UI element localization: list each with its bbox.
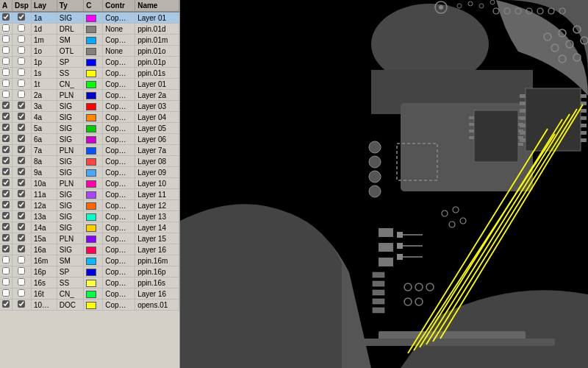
- checkbox-display[interactable]: [18, 35, 25, 43]
- cell-layer-id: 7a: [31, 145, 57, 156]
- table-row: 3aSIGCop…Layer 03: [0, 101, 179, 112]
- checkbox-display[interactable]: [18, 212, 25, 219]
- cell-color: [84, 123, 103, 134]
- cell-active: [0, 134, 12, 145]
- checkbox-active[interactable]: [2, 79, 10, 87]
- checkbox-display[interactable]: [18, 68, 25, 76]
- checkbox-display[interactable]: [18, 267, 25, 275]
- cell-contr: Cop…: [103, 222, 135, 233]
- checkbox-active[interactable]: [2, 57, 10, 65]
- table-row: 1mSMCop…ppin.01m: [0, 35, 179, 46]
- table-row: 16mSMCop…ppin.16m: [0, 255, 179, 266]
- cell-type: CN_: [57, 289, 83, 300]
- checkbox-display[interactable]: [18, 179, 25, 186]
- table-row: 7aPLNCop…Layer 7a: [0, 145, 179, 156]
- checkbox-active[interactable]: [2, 46, 10, 54]
- checkbox-display[interactable]: [18, 278, 25, 286]
- checkbox-display[interactable]: [18, 245, 25, 252]
- cell-layer-id: 1p: [31, 57, 57, 68]
- checkbox-active[interactable]: [2, 289, 10, 297]
- cell-color: [84, 277, 103, 289]
- cell-layer-id: 4a: [31, 112, 57, 123]
- cell-contr: Cop…: [103, 255, 135, 266]
- cell-display: [12, 300, 32, 311]
- cell-layer-id: 13a: [31, 211, 57, 222]
- table-row: 15aPLNCop…Layer 15: [0, 233, 179, 244]
- color-swatch: [86, 103, 96, 110]
- cell-active: [0, 35, 12, 46]
- checkbox-display[interactable]: [18, 91, 25, 98]
- checkbox-display[interactable]: [18, 223, 25, 230]
- cell-type: SM: [57, 255, 83, 266]
- checkbox-display[interactable]: [18, 113, 25, 120]
- cell-display: [12, 211, 32, 222]
- checkbox-active[interactable]: [2, 234, 10, 241]
- checkbox-active[interactable]: [2, 124, 10, 131]
- checkbox-display[interactable]: [18, 102, 25, 109]
- checkbox-display[interactable]: [18, 168, 25, 175]
- checkbox-display[interactable]: [18, 201, 25, 208]
- checkbox-display[interactable]: [18, 146, 25, 153]
- checkbox-active[interactable]: [2, 24, 10, 32]
- checkbox-display[interactable]: [18, 46, 25, 54]
- checkbox-active[interactable]: [2, 179, 10, 186]
- cell-contr: Cop…: [103, 178, 135, 189]
- checkbox-active[interactable]: [2, 201, 10, 208]
- cell-layer-id: 9a: [31, 167, 57, 178]
- cell-display: [12, 200, 32, 211]
- color-swatch: [86, 15, 96, 22]
- svg-rect-71: [373, 308, 384, 313]
- cell-color: [84, 156, 103, 167]
- checkbox-active[interactable]: [2, 13, 10, 21]
- svg-rect-26: [581, 94, 587, 98]
- checkbox-active[interactable]: [2, 300, 10, 308]
- cell-contr: None: [103, 24, 135, 35]
- checkbox-active[interactable]: [2, 223, 10, 230]
- checkbox-display[interactable]: [18, 190, 25, 197]
- checkbox-active[interactable]: [2, 146, 10, 153]
- cell-color: [84, 46, 103, 57]
- checkbox-display[interactable]: [18, 157, 25, 164]
- checkbox-active[interactable]: [2, 190, 10, 197]
- checkbox-active[interactable]: [2, 68, 10, 76]
- cell-contr: None: [103, 46, 135, 57]
- cell-type: DOC: [57, 300, 83, 311]
- cell-color: [84, 90, 103, 101]
- checkbox-display[interactable]: [18, 234, 25, 241]
- table-row: 11aSIGCop…Layer 11: [0, 189, 179, 200]
- checkbox-active[interactable]: [2, 245, 10, 252]
- cell-layer-id: 1s: [31, 68, 57, 79]
- checkbox-display[interactable]: [18, 289, 25, 297]
- checkbox-display[interactable]: [18, 57, 25, 65]
- cell-layer-name: Layer 16: [135, 289, 179, 300]
- checkbox-display[interactable]: [18, 13, 25, 21]
- checkbox-active[interactable]: [2, 91, 10, 98]
- cell-layer-name: ppin.16s: [135, 277, 179, 289]
- checkbox-display[interactable]: [18, 79, 25, 87]
- checkbox-active[interactable]: [2, 35, 10, 43]
- checkbox-active[interactable]: [2, 256, 10, 263]
- checkbox-active[interactable]: [2, 212, 10, 219]
- checkbox-active[interactable]: [2, 267, 10, 275]
- pcb-canvas: [180, 0, 588, 368]
- cell-contr: Cop…: [103, 266, 135, 277]
- checkbox-display[interactable]: [18, 135, 25, 142]
- checkbox-display[interactable]: [18, 124, 25, 131]
- checkbox-active[interactable]: [2, 102, 10, 109]
- cell-display: [12, 266, 32, 277]
- checkbox-active[interactable]: [2, 135, 10, 142]
- checkbox-display[interactable]: [18, 24, 25, 32]
- cell-color: [84, 24, 103, 35]
- checkbox-active[interactable]: [2, 168, 10, 175]
- color-swatch: [86, 59, 96, 66]
- svg-rect-42: [518, 123, 523, 126]
- checkbox-active[interactable]: [2, 278, 10, 286]
- cell-layer-name: Layer 16: [135, 244, 179, 255]
- checkbox-display[interactable]: [18, 300, 25, 308]
- cell-layer-name: ppin.01d: [135, 24, 179, 35]
- checkbox-display[interactable]: [18, 256, 25, 263]
- checkbox-active[interactable]: [2, 113, 10, 120]
- checkbox-active[interactable]: [2, 157, 10, 164]
- cell-color: [84, 178, 103, 189]
- col-header-ty: Ty: [57, 0, 83, 12]
